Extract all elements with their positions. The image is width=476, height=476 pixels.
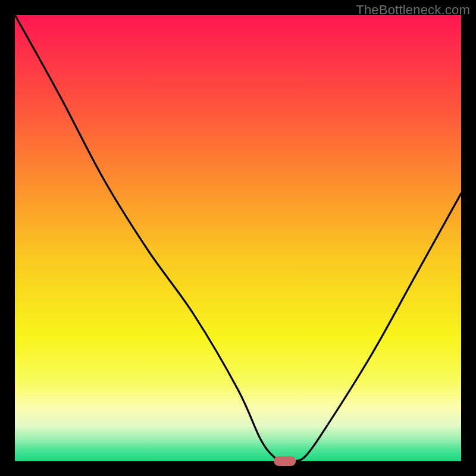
chart-stage: TheBottleneck.com	[0, 0, 476, 476]
bottleneck-curve	[15, 15, 461, 461]
optimum-marker	[274, 456, 296, 466]
watermark-text: TheBottleneck.com	[356, 2, 470, 18]
plot-area	[15, 15, 461, 461]
